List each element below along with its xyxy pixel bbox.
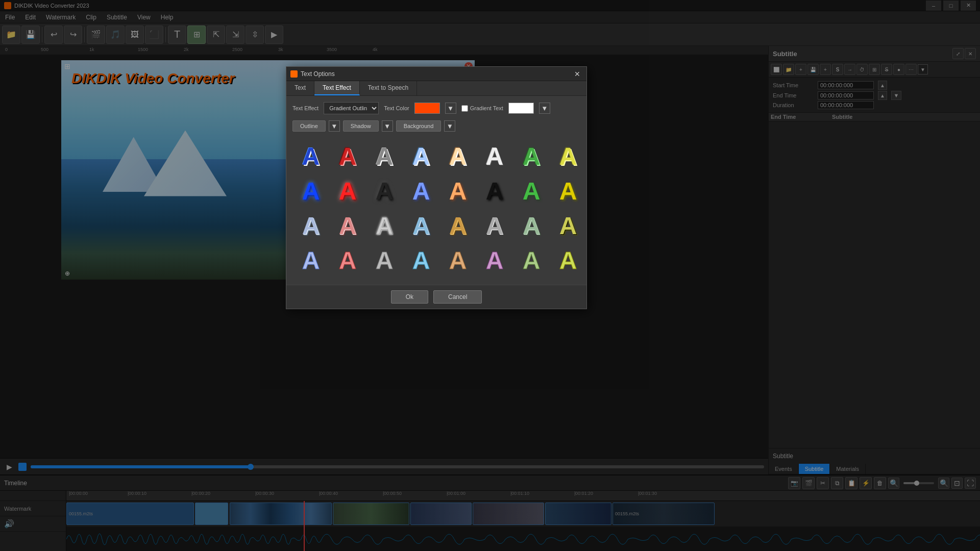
- dots-button[interactable]: ⋯: [905, 64, 917, 75]
- time-dropdown[interactable]: ▼: [891, 91, 901, 100]
- tab-materials[interactable]: Materials: [830, 464, 866, 474]
- text-effect-dropdown[interactable]: Gradient Outlin None Outline Shadow Back…: [324, 102, 379, 114]
- folder-button[interactable]: 📁: [783, 64, 794, 75]
- crop-button[interactable]: ⬛: [145, 26, 163, 44]
- letter-style-4-6[interactable]: A: [478, 244, 511, 277]
- letter-style-1-7[interactable]: A: [515, 140, 548, 172]
- flip-h-button[interactable]: ⇱: [207, 26, 225, 44]
- dialog-close-button[interactable]: ✕: [572, 69, 582, 79]
- open-file-button[interactable]: 📁: [2, 26, 20, 44]
- letter-style-4-4[interactable]: A: [405, 244, 437, 277]
- minimize-button[interactable]: –: [926, 1, 941, 11]
- start-time-input[interactable]: [818, 81, 874, 89]
- video-clip-7[interactable]: [545, 503, 611, 525]
- add-video-button[interactable]: 🎬: [87, 26, 105, 44]
- rotate-button[interactable]: ⇳: [246, 26, 264, 44]
- letter-style-3-5[interactable]: A: [442, 209, 474, 242]
- add-item-button[interactable]: +: [795, 64, 806, 75]
- color-dropdown-button[interactable]: ▼: [445, 103, 456, 114]
- fullscreen-button[interactable]: ⛶: [965, 478, 976, 489]
- letter-style-2-1[interactable]: A: [295, 174, 327, 207]
- letter-style-3-6[interactable]: A: [478, 209, 511, 242]
- video-clip-2[interactable]: [195, 503, 228, 525]
- letter-style-1-2[interactable]: A: [331, 140, 364, 172]
- duration-input[interactable]: [818, 101, 874, 109]
- video-clip-1[interactable]: 00155.m2ts: [66, 503, 194, 525]
- letter-style-4-7[interactable]: A: [515, 244, 548, 277]
- outline-dropdown[interactable]: ▼: [329, 120, 340, 132]
- video-clip-8[interactable]: 00155.m2ts: [612, 503, 715, 525]
- letter-style-3-3[interactable]: A: [368, 209, 401, 242]
- redo-button[interactable]: ↪: [64, 26, 82, 44]
- text-color-swatch[interactable]: [414, 103, 440, 114]
- letter-style-4-3[interactable]: A: [368, 244, 401, 277]
- zoom-out-button[interactable]: 🔍: [888, 478, 899, 489]
- maximize-button[interactable]: □: [943, 1, 959, 11]
- record-button[interactable]: ●: [893, 64, 904, 75]
- letter-style-3-8[interactable]: A: [552, 209, 584, 242]
- undo-button[interactable]: ↩: [44, 26, 63, 44]
- gradient-dropdown-button[interactable]: ▼: [539, 103, 550, 114]
- add-audio-button[interactable]: 🎵: [106, 26, 125, 44]
- export-button[interactable]: ▶: [265, 26, 283, 44]
- play-button[interactable]: ▶: [4, 462, 14, 472]
- menu-clip[interactable]: Clip: [81, 13, 102, 22]
- dropdown-button[interactable]: ▼: [918, 64, 928, 74]
- flip-v-button[interactable]: ⇲: [226, 26, 244, 44]
- tab-text-effect[interactable]: Text Effect: [314, 81, 360, 95]
- zoom-slider[interactable]: [903, 482, 934, 484]
- subtitle-header-close[interactable]: ✕: [965, 48, 976, 59]
- letter-style-2-6[interactable]: A: [478, 174, 511, 207]
- shadow-button[interactable]: Shadow: [343, 120, 379, 132]
- delete-button[interactable]: 🗑: [874, 477, 886, 489]
- letter-style-3-2[interactable]: A: [331, 209, 364, 242]
- resize-handle-bl[interactable]: ⊕: [63, 269, 71, 278]
- paste-button[interactable]: 📋: [845, 477, 857, 489]
- video-clip-4[interactable]: [333, 503, 409, 525]
- add-line-button[interactable]: +: [820, 64, 831, 75]
- copy-button[interactable]: ⧉: [831, 477, 843, 489]
- start-time-up[interactable]: ▲: [878, 81, 887, 90]
- video-clip-5[interactable]: [410, 503, 472, 525]
- tab-subtitle[interactable]: Subtitle: [799, 464, 830, 474]
- subtitle-button[interactable]: ⊞: [187, 26, 206, 44]
- letter-style-4-5[interactable]: A: [442, 244, 474, 277]
- letter-style-2-7[interactable]: A: [515, 174, 548, 207]
- snap-button[interactable]: 🎬: [802, 477, 815, 489]
- letter-style-1-5[interactable]: A: [442, 140, 474, 172]
- expand-button[interactable]: ⤢: [952, 48, 964, 59]
- zoom-in-button[interactable]: 🔍: [938, 478, 949, 489]
- strikethrough-button[interactable]: S: [881, 64, 892, 75]
- letter-style-1-6[interactable]: A: [478, 140, 511, 172]
- style-s-button[interactable]: S: [832, 64, 843, 75]
- progress-bar[interactable]: [31, 465, 764, 468]
- resize-handle-tl[interactable]: ⊞: [63, 62, 71, 70]
- ok-button[interactable]: Ok: [391, 290, 428, 304]
- menu-edit[interactable]: Edit: [20, 13, 41, 22]
- outline-button[interactable]: Outline: [292, 120, 326, 132]
- new-subtitle-button[interactable]: ⬜: [771, 64, 782, 75]
- add-image-button[interactable]: 🖼: [126, 26, 144, 44]
- letter-style-2-4[interactable]: A: [405, 174, 437, 207]
- letter-style-3-4[interactable]: A: [405, 209, 437, 242]
- letter-style-2-5[interactable]: A: [442, 174, 474, 207]
- clock-button[interactable]: ⏱: [856, 64, 868, 75]
- background-button[interactable]: Background: [396, 120, 442, 132]
- arrow-button[interactable]: →: [844, 64, 855, 75]
- background-dropdown[interactable]: ▼: [444, 120, 455, 132]
- save-button[interactable]: 💾: [21, 26, 40, 44]
- letter-style-1-1[interactable]: A: [295, 140, 327, 172]
- shadow-dropdown[interactable]: ▼: [382, 120, 393, 132]
- letter-style-1-4[interactable]: A: [405, 140, 437, 172]
- letter-style-3-1[interactable]: A: [295, 209, 327, 242]
- video-clip-3[interactable]: [230, 503, 332, 525]
- letter-style-4-8[interactable]: A: [552, 244, 584, 277]
- text-button[interactable]: T: [168, 26, 186, 44]
- gradient-color-swatch[interactable]: [508, 103, 534, 114]
- cancel-button[interactable]: Cancel: [433, 290, 482, 304]
- menu-file[interactable]: File: [0, 13, 20, 22]
- end-time-up[interactable]: ▲: [878, 91, 887, 100]
- menu-subtitle[interactable]: Subtitle: [102, 13, 132, 22]
- menu-view[interactable]: View: [132, 13, 156, 22]
- letter-style-4-1[interactable]: A: [295, 244, 327, 277]
